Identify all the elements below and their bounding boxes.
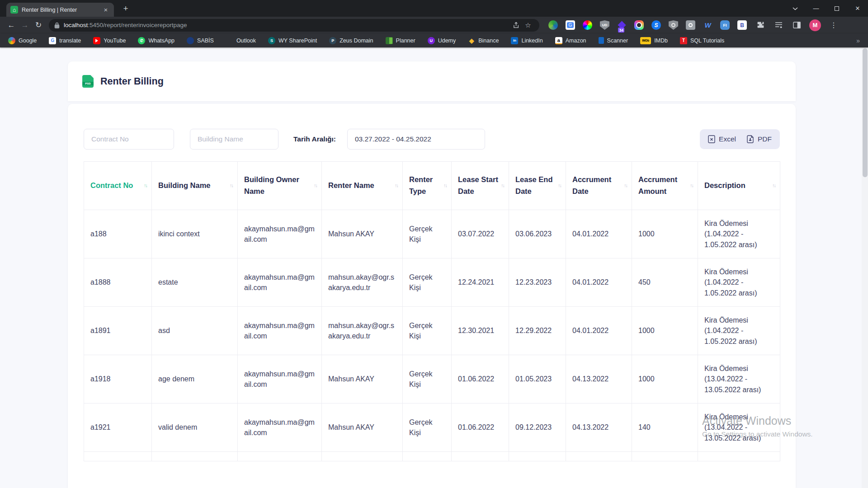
scrollbar-thumb[interactable] <box>863 48 868 177</box>
close-window-button[interactable]: ✕ <box>847 0 868 17</box>
table-cell: 1000 <box>632 355 698 404</box>
bookmark-sabis[interactable]: SABİS <box>187 37 214 44</box>
bookmark-udemy[interactable]: UUdemy <box>428 37 456 44</box>
wave-extension-icon[interactable]: W <box>703 20 712 30</box>
reload-button[interactable]: ↻ <box>32 19 45 32</box>
date-range-input[interactable] <box>347 129 485 150</box>
column-header[interactable]: Lease End Date↑↓ <box>509 162 566 210</box>
column-header[interactable]: Contract No↑↓ <box>84 162 152 210</box>
export-pdf-button[interactable]: PDF <box>747 135 772 143</box>
bookmark-imdb[interactable]: IMDbIMDb <box>640 37 668 44</box>
column-header-label: Building Name <box>158 181 211 189</box>
column-header[interactable]: Accrument Amount↑↓ <box>632 162 698 210</box>
sort-icon[interactable]: ↑↓ <box>690 182 693 189</box>
bookmark-label: Binance <box>478 38 499 44</box>
fonts-extension-icon[interactable]: FI <box>720 20 730 30</box>
sort-icon[interactable]: ↑↓ <box>395 182 398 189</box>
back-button[interactable]: ← <box>5 19 18 32</box>
tab-search-chevron-icon[interactable] <box>785 0 806 17</box>
forward-button[interactable]: → <box>18 19 32 32</box>
screenshot-extension-icon[interactable] <box>686 20 695 30</box>
extensions-puzzle-icon[interactable] <box>755 20 766 31</box>
table-row: a1891asdakaymahsun.ma@gmail.commahsun.ak… <box>84 307 780 355</box>
sort-icon[interactable]: ↑↓ <box>558 182 561 189</box>
story-camera-extension-icon[interactable] <box>634 20 644 30</box>
diamond-extension-icon[interactable]: 34 <box>617 20 627 30</box>
table-cell <box>84 452 152 461</box>
bookmark-youtube[interactable]: YouTube <box>93 37 126 44</box>
bookmark-amazon[interactable]: aAmazon <box>555 37 586 44</box>
bookmark-linkedin[interactable]: inLinkedIn <box>511 37 542 44</box>
table-cell: mahsun.akay@ogr.sakarya.edu.tr <box>322 258 403 307</box>
lock-icon <box>54 22 60 28</box>
page-viewport: PSD Renter Billing Tarih Aralığı: Excel … <box>0 47 868 488</box>
report-file-icon: PSD <box>82 75 94 88</box>
bookmark-sql[interactable]: TSQL Tutorials <box>680 37 724 44</box>
column-header[interactable]: Building Owner Name↑↓ <box>238 162 322 210</box>
contract-no-input[interactable] <box>84 129 174 150</box>
column-header[interactable]: Building Name↑↓ <box>152 162 238 210</box>
browser-menu-kebab-icon[interactable]: ⋮ <box>828 20 839 31</box>
pdf-label: PDF <box>758 135 772 143</box>
bookmark-star-icon[interactable]: ☆ <box>522 19 534 31</box>
b-extension-icon[interactable]: B <box>737 20 747 30</box>
column-header[interactable]: Renter Name↑↓ <box>322 162 403 210</box>
browser-tab[interactable]: ⌂ Renter Billing | Renter × <box>6 3 114 17</box>
binance-icon: ◆ <box>468 37 475 44</box>
sort-icon[interactable]: ↑↓ <box>230 182 233 189</box>
idm-extension-icon[interactable] <box>548 20 558 30</box>
bookmark-scanner[interactable]: Scanner <box>599 37 628 44</box>
column-header[interactable]: Renter Type↑↓ <box>403 162 452 210</box>
bookmark-translate[interactable]: Gtranslate <box>49 37 81 44</box>
table-row: a1888estateakaymahsun.ma@gmail.commahsun… <box>84 258 780 307</box>
sort-icon[interactable]: ↑↓ <box>772 182 775 189</box>
google-icon <box>8 37 15 44</box>
table-cell: Kira Ödemesi (13.04.2022 - 13.05.2022 ar… <box>698 355 780 404</box>
bookmark-outlook[interactable]: Outlook <box>226 37 256 44</box>
bookmark-label: Amazon <box>566 38 586 44</box>
media-playlist-icon[interactable] <box>773 20 784 31</box>
translate-icon: G <box>49 37 56 44</box>
table-cell: 04.01.2022 <box>566 307 632 355</box>
sort-icon[interactable]: ↑↓ <box>314 182 317 189</box>
bookmark-planner[interactable]: Planner <box>386 37 415 44</box>
table-cell: akaymahsun.ma@gmail.com <box>238 355 322 404</box>
share-icon[interactable] <box>510 19 522 31</box>
column-header[interactable]: Accrument Date↑↓ <box>566 162 632 210</box>
tab-close-icon[interactable]: × <box>102 6 110 14</box>
urban-dictionary-extension-icon[interactable]: UD <box>600 20 609 30</box>
page-scrollbar[interactable] <box>862 47 868 488</box>
bookmark-google[interactable]: Google <box>8 37 37 44</box>
bookmark-zeus[interactable]: PZeus Domain <box>329 37 373 44</box>
shield-extension-icon[interactable] <box>669 20 678 30</box>
new-tab-button[interactable]: + <box>119 2 132 15</box>
excel-file-icon <box>708 135 715 143</box>
side-panel-icon[interactable] <box>791 20 802 31</box>
table-cell: akaymahsun.ma@gmail.com <box>238 210 322 258</box>
bookmark-binance[interactable]: ◆Binance <box>468 37 499 44</box>
sort-icon[interactable]: ↑↓ <box>624 182 627 189</box>
sort-icon[interactable]: ↑↓ <box>443 182 447 189</box>
minimize-button[interactable]: — <box>806 0 826 17</box>
table-cell <box>698 452 780 461</box>
sort-icon[interactable]: ↑↓ <box>501 182 504 189</box>
table-cell: 01.06.2022 <box>452 404 509 452</box>
column-header[interactable]: Description↑↓ <box>698 162 780 210</box>
extensions-row: G UD 34 S W FI B <box>548 20 747 30</box>
tab-title: Renter Billing | Renter <box>22 7 98 13</box>
bookmarks-overflow-icon[interactable]: » <box>856 37 860 44</box>
profile-avatar[interactable]: M <box>809 19 821 31</box>
color-wheel-extension-icon[interactable] <box>583 20 592 30</box>
building-name-input[interactable] <box>190 129 278 150</box>
export-excel-button[interactable]: Excel <box>708 135 736 143</box>
column-header[interactable]: Lease Start Date↑↓ <box>452 162 509 210</box>
sort-icon[interactable]: ↑↓ <box>144 182 147 189</box>
maximize-button[interactable] <box>826 0 847 17</box>
bookmark-whatsapp[interactable]: ✆WhatsApp <box>138 37 175 44</box>
bookmark-label: Planner <box>396 38 415 44</box>
window-controls: — ✕ <box>785 0 868 17</box>
translate-extension-icon[interactable]: G <box>566 20 575 30</box>
shazam-extension-icon[interactable]: S <box>651 20 661 30</box>
bookmark-sharepoint[interactable]: SWY SharePoint <box>268 37 317 44</box>
address-bar[interactable]: localhost:5450/report/renterinvoicerepor… <box>49 19 539 32</box>
